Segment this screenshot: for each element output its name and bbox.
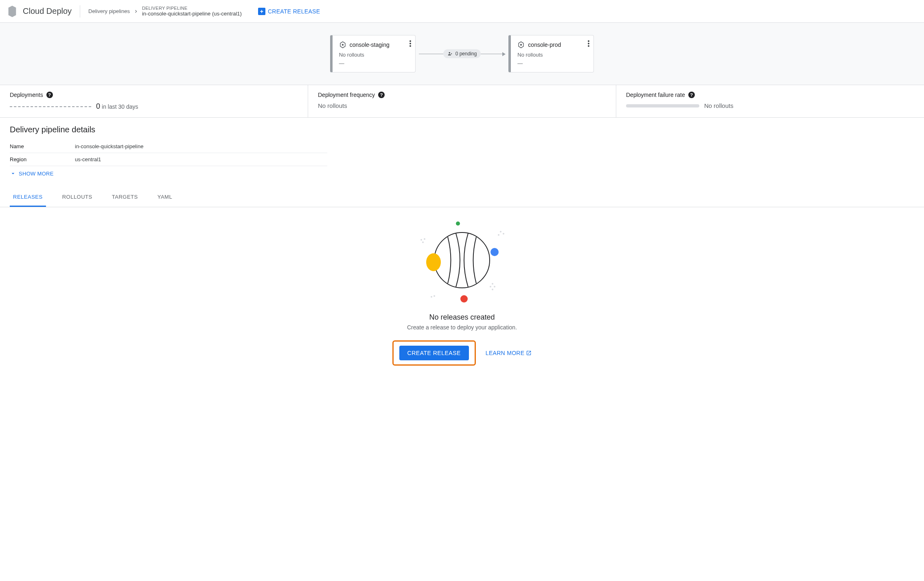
svg-point-7 xyxy=(460,295,468,303)
svg-point-8 xyxy=(420,239,422,241)
tab-releases[interactable]: RELEASES xyxy=(10,188,46,207)
svg-point-17 xyxy=(492,289,493,290)
stage-menu-button[interactable] xyxy=(409,40,411,47)
stage-dash: — xyxy=(517,60,587,66)
breadcrumb-value: in-console-quickstart-pipeline (us-centr… xyxy=(142,11,242,17)
help-icon[interactable]: ? xyxy=(46,92,53,98)
detail-label: Name xyxy=(10,140,75,153)
product-name: Cloud Deploy xyxy=(23,7,72,16)
stage-connector: 0 pending xyxy=(419,49,506,58)
empty-subtitle: Create a release to deploy your applicat… xyxy=(0,324,924,331)
sparkline-placeholder xyxy=(10,106,91,107)
help-icon[interactable]: ? xyxy=(378,92,385,98)
stage-title: console-staging xyxy=(350,42,390,48)
kebab-icon xyxy=(409,40,411,47)
person-arrow-icon xyxy=(447,51,453,57)
external-link-icon xyxy=(526,350,532,356)
stat-title: Deployment failure rate xyxy=(626,92,685,98)
stage-card-prod[interactable]: console-prod No rollouts — xyxy=(508,35,594,72)
stat-suffix: in last 30 days xyxy=(102,103,138,110)
failure-bar xyxy=(626,104,699,107)
svg-point-15 xyxy=(492,283,493,285)
svg-point-6 xyxy=(456,221,460,226)
empty-title: No releases created xyxy=(0,313,924,322)
svg-point-14 xyxy=(490,286,491,287)
breadcrumb: Delivery pipelines DELIVERY PIPELINE in-… xyxy=(88,6,242,17)
pipeline-diagram: console-staging No rollouts — 0 pending … xyxy=(0,23,924,85)
show-more-button[interactable]: SHOW MORE xyxy=(10,170,914,177)
svg-point-13 xyxy=(498,234,499,236)
stat-failure-rate: Deployment failure rate ? No rollouts xyxy=(616,85,924,117)
svg-point-12 xyxy=(503,233,504,235)
tabs-bar: RELEASES ROLLOUTS TARGETS YAML xyxy=(0,188,924,207)
stage-menu-button[interactable] xyxy=(588,40,589,47)
table-row: Region us-central1 xyxy=(10,153,327,166)
tab-rollouts[interactable]: ROLLOUTS xyxy=(59,188,96,207)
stat-title: Deployments xyxy=(10,92,43,98)
stage-status: No rollouts xyxy=(339,52,409,58)
svg-point-10 xyxy=(422,241,424,243)
svg-point-9 xyxy=(424,238,425,240)
stat-value: No rollouts xyxy=(704,102,734,109)
stat-title: Deployment frequency xyxy=(318,92,375,98)
breadcrumb-root[interactable]: Delivery pipelines xyxy=(88,8,130,14)
create-release-header-button[interactable]: + CREATE RELEASE xyxy=(258,8,320,15)
chevron-down-icon xyxy=(10,170,16,177)
stat-count: 0 xyxy=(96,102,100,110)
svg-point-5 xyxy=(490,248,499,256)
svg-point-3 xyxy=(434,232,490,288)
stage-title: console-prod xyxy=(528,42,561,48)
details-section: Delivery pipeline details Name in-consol… xyxy=(0,118,924,180)
svg-point-4 xyxy=(426,253,441,271)
breadcrumb-current: DELIVERY PIPELINE in-console-quickstart-… xyxy=(142,6,242,17)
header-separator xyxy=(80,5,80,18)
details-title: Delivery pipeline details xyxy=(10,125,914,134)
target-hex-icon xyxy=(517,41,525,48)
empty-illustration xyxy=(409,215,515,305)
svg-point-1 xyxy=(449,52,450,54)
stat-frequency: Deployment frequency ? No rollouts xyxy=(308,85,616,117)
stat-deployments: Deployments ? 0in last 30 days xyxy=(0,85,308,117)
stage-card-staging[interactable]: console-staging No rollouts — xyxy=(330,35,416,72)
kebab-icon xyxy=(588,40,589,47)
target-hex-icon xyxy=(339,41,346,48)
svg-point-2 xyxy=(520,44,522,46)
chevron-right-icon xyxy=(133,9,139,14)
tab-targets[interactable]: TARGETS xyxy=(109,188,141,207)
create-release-label: CREATE RELEASE xyxy=(268,8,320,15)
table-row: Name in-console-quickstart-pipeline xyxy=(10,140,327,153)
detail-value: in-console-quickstart-pipeline xyxy=(75,140,327,153)
tutorial-highlight: CREATE RELEASE xyxy=(392,340,476,366)
stage-dash: — xyxy=(339,60,409,66)
pending-badge: 0 pending xyxy=(443,49,481,58)
help-icon[interactable]: ? xyxy=(688,92,695,98)
product-logo-wrap: Cloud Deploy xyxy=(7,6,72,17)
details-table: Name in-console-quickstart-pipeline Regi… xyxy=(10,140,327,166)
svg-point-0 xyxy=(342,44,344,46)
header-bar: Cloud Deploy Delivery pipelines DELIVERY… xyxy=(0,0,924,23)
svg-point-19 xyxy=(434,295,435,297)
svg-point-11 xyxy=(500,231,501,232)
detail-label: Region xyxy=(10,153,75,166)
stat-value: No rollouts xyxy=(318,102,347,109)
stage-status: No rollouts xyxy=(517,52,587,58)
breadcrumb-label: DELIVERY PIPELINE xyxy=(142,6,242,11)
empty-state: No releases created Create a release to … xyxy=(0,207,924,378)
cloud-deploy-logo-icon xyxy=(7,6,18,17)
detail-value: us-central1 xyxy=(75,153,327,166)
learn-more-link[interactable]: LEARN MORE xyxy=(486,350,532,356)
stats-row: Deployments ? 0in last 30 days Deploymen… xyxy=(0,85,924,118)
svg-point-18 xyxy=(431,296,432,298)
plus-icon: + xyxy=(258,8,265,15)
svg-point-16 xyxy=(494,286,495,287)
create-release-button[interactable]: CREATE RELEASE xyxy=(399,346,469,360)
tab-yaml[interactable]: YAML xyxy=(154,188,175,207)
